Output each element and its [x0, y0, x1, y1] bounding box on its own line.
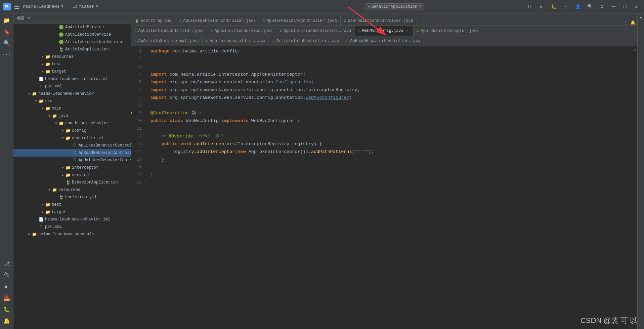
minimize-button[interactable]: ─	[609, 3, 618, 10]
tab-ApReadBehaviorController[interactable]: C ApReadBehaviorController.java	[343, 36, 424, 46]
check-icon[interactable]: ✓	[633, 47, 636, 53]
tree-item-target2[interactable]: ► 📁 target	[13, 208, 131, 216]
folder-icon: 📁	[58, 121, 64, 126]
tree-item-ApReadBehavior[interactable]: C ApReadBehaviorControll...	[13, 149, 131, 157]
tree-item-service[interactable]: ► 📁 service	[13, 171, 131, 179]
tree-item-test[interactable]: ► 📁 test	[13, 60, 131, 68]
tree-item-article-iml[interactable]: 📄 heima-leadnews-article.iml	[13, 75, 131, 83]
tree-item-behavior-module[interactable]: ▼ 📁 heima-leadnews-behavior	[13, 90, 131, 97]
tree-header: 项目 ▼	[13, 13, 131, 24]
code-line-6: import org.springframework.web.servlet.c…	[148, 86, 632, 94]
right-panel-icons: ▶	[637, 13, 644, 329]
title-bar-right: ⏸ ▶ 🐛 ⋮ 👤 🔍 ⚙ ─ □ ✕	[525, 2, 641, 11]
code-line-9: @Configuration 新 *	[148, 109, 632, 117]
notification-btn[interactable]: 🔔	[1, 316, 12, 326]
tab-UserRelationController[interactable]: C UserRelationController.java	[341, 15, 417, 26]
code-line-11	[148, 125, 632, 132]
tree-item-BehaviorApplication[interactable]: 🍃 BehaviorApplication	[13, 179, 131, 186]
tab-AppTokenInterceptor[interactable]: C AppTokenInterceptor.java	[414, 26, 482, 36]
close-button[interactable]: ✕	[632, 3, 641, 11]
tree-item-src[interactable]: ▼ 📁 src	[13, 97, 131, 105]
tree-title: 项目	[17, 15, 25, 21]
tree-item-ApCollectionService[interactable]: 🟢 ApCollectionService	[13, 31, 131, 38]
tab-WebMvcConfig[interactable]: C WebMvcConfig.java ×	[355, 26, 414, 36]
tree-item-ApUnlikesBehavior[interactable]: C ApUnlikesBehaviorContr...	[13, 157, 131, 164]
tree-item-target1[interactable]: ► 📁 target	[13, 68, 131, 75]
tab-close-WebMvcConfig[interactable]: ×	[405, 29, 410, 33]
tab-ApLikesBehaviorController[interactable]: C ApLikesBehaviorController.java	[176, 15, 260, 26]
bookmark-btn[interactable]: 🔖	[1, 27, 12, 37]
tab-more-btn[interactable]: ⋮	[623, 20, 628, 26]
more-actions[interactable]: ⋮	[561, 2, 570, 11]
tab-AppThreadLocalUtil[interactable]: C AppThreadLocalUtil.java	[203, 36, 269, 46]
code-line-10: public class WebMvcConfig implements Web…	[148, 117, 632, 125]
code-content[interactable]: package com.heima.article.config; import…	[148, 46, 632, 329]
editor-area: 🍃 bootstrap.yml C ApLikesBehaviorControl…	[131, 13, 637, 329]
tab-ApUserRealnameController[interactable]: C ApUserRealnameController.java	[259, 15, 340, 26]
project-view-btn[interactable]: 📁	[1, 15, 12, 26]
folder-icon: 📁	[65, 172, 71, 178]
tree-item-resources2[interactable]: ▼ 📁 resources	[13, 186, 131, 194]
tab-ApCollectionService[interactable]: I ApCollectionService.java	[207, 26, 276, 36]
commit-btn[interactable]: 📤	[1, 293, 12, 303]
debug-panel-btn[interactable]: 🐛	[1, 304, 12, 315]
tree-item-java[interactable]: ▼ 📁 java	[13, 112, 131, 120]
tree-item-pom1[interactable]: m pom.xml	[13, 83, 131, 90]
tree-item-pom2[interactable]: m pom.xml	[13, 223, 131, 231]
tree-item-test2[interactable]: ► 📁 test	[13, 201, 131, 208]
tree-item-resources[interactable]: ► 📁 resources	[13, 53, 131, 60]
tree-item-interceptor[interactable]: ► 📁 interceptor	[13, 164, 131, 171]
code-line-5: import org.springframework.context.annot…	[148, 78, 632, 86]
tab-ApCollectionController[interactable]: C ApCollectionController.java	[131, 26, 207, 36]
tree-item-behavior-iml[interactable]: 📄 heima-leadnews-behavior.iml	[13, 216, 131, 223]
interface-icon: 🟢	[58, 39, 64, 45]
tab-bootstrap-yml[interactable]: 🍃 bootstrap.yml	[131, 15, 176, 26]
find-btn[interactable]: 🔍	[1, 38, 12, 49]
plugin-btn[interactable]: 🔌	[1, 270, 12, 281]
title-bar-center: ● BehaviorApplication ▼	[264, 3, 525, 10]
pause-button[interactable]: ⏸	[525, 2, 534, 11]
code-line-12: ⚙▾ @Override 0个用法 新 *	[148, 132, 632, 140]
tree-item-config[interactable]: ► 📁 config	[13, 127, 131, 134]
tree-item-schedule-module[interactable]: ► 📁 heima-leadnews-schedule	[13, 231, 131, 238]
code-line-8	[148, 101, 632, 109]
settings-button[interactable]: ⚙	[597, 2, 607, 11]
tree-item-com-heima-behavior[interactable]: ▼ 📁 com.heima.behavior	[13, 120, 131, 127]
tab-ArticleInfoController[interactable]: C ArticleInfoController.java	[269, 36, 343, 46]
tree-item-main[interactable]: ▼ 📁 main	[13, 105, 131, 112]
tree-item-ApArticleService[interactable]: 🟢 ApArticleService	[13, 24, 131, 31]
branch-selector[interactable]: ⎇ master ▼	[73, 4, 98, 9]
run-button[interactable]: ▶	[537, 2, 546, 11]
tree-item-ArticleApplication[interactable]: 🍃 ArticleApplication	[13, 46, 131, 53]
maximize-button[interactable]: □	[621, 3, 630, 10]
code-line-14: registry.addInterceptor(new AppTokenInte…	[148, 148, 632, 156]
tree-item-bootstrap[interactable]: 🍃 bootstrap.yml	[13, 194, 131, 201]
more-tools-btn[interactable]: ···	[1, 49, 12, 60]
search-button[interactable]: 🔍	[585, 2, 595, 11]
interface-icon: 🟢	[58, 25, 64, 30]
spring-icon: 🍃	[58, 47, 64, 52]
tree-item-ArticleFreemarkerService[interactable]: 🟢 ArticleFreemarkerService	[13, 38, 131, 46]
folder-icon: 📁	[32, 232, 37, 237]
code-editor: 1 2 3 4 5 6 7 8 9 ● 10 ✓ 11 12 13 ⊙ @	[131, 46, 637, 329]
tree-item-controller-v1[interactable]: ▼ 📁 controller.v1	[13, 134, 131, 142]
account-button[interactable]: 👤	[573, 2, 583, 11]
code-line-1: package com.heima.article.config;	[148, 47, 632, 55]
notifications-btn[interactable]: 🔔	[630, 20, 636, 26]
tree-item-ApLikesBehavior[interactable]: C ApLikesBehaviorControll...	[13, 142, 131, 149]
tab-bar-3: C ApArticleServiceImpl.java C AppThreadL…	[131, 36, 637, 46]
project-name[interactable]: heima-leadnews ▼	[23, 4, 63, 9]
hamburger-menu[interactable]	[13, 3, 20, 10]
tab-ApArticleServiceImpl[interactable]: C ApArticleServiceImpl.java	[131, 36, 203, 46]
folder-icon: 📁	[45, 106, 50, 111]
right-panel-btn[interactable]: ▶	[638, 15, 644, 21]
line-numbers: 1 2 3 4 5 6 7 8 9 ● 10 ✓ 11 12 13 ⊙ @	[131, 46, 148, 329]
run-panel-btn[interactable]: ▶	[1, 281, 12, 292]
git-btn[interactable]: ⎇	[1, 258, 12, 269]
run-config-selector[interactable]: ● BehaviorApplication ▼	[365, 3, 424, 10]
tab-ApCollectionServiceImpl[interactable]: C ApCollectionServiceImpl.java	[276, 26, 355, 36]
tab-bar-end: ⋮ 🔔	[621, 20, 637, 26]
title-bar: HL heima-leadnews ▼ ⎇ master ▼ ● Behavio…	[0, 0, 644, 13]
debug-button[interactable]: 🐛	[549, 2, 558, 11]
title-bar-left: HL heima-leadnews ▼ ⎇ master ▼	[3, 3, 264, 10]
